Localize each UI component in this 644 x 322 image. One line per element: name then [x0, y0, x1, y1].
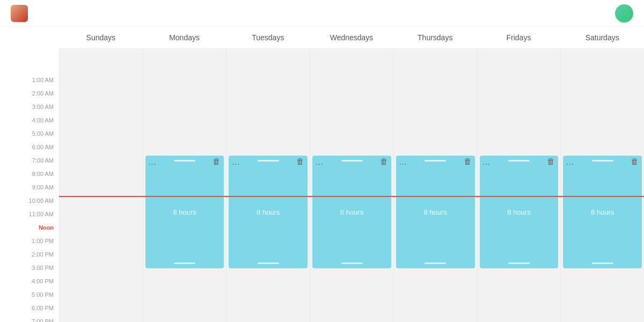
shift-top-bar [174, 160, 195, 162]
days-area: SundaysMondaysTuesdaysWednesdaysThursday… [59, 27, 644, 322]
time-label-12: 1:00 PM [0, 231, 59, 244]
shift-trash-fridays[interactable]: 🗑 [547, 157, 555, 166]
day-headers: SundaysMondaysTuesdaysWednesdaysThursday… [59, 27, 644, 48]
time-label-13: 2:00 PM [0, 244, 59, 258]
day-header-wednesdays: Wednesdays [310, 33, 393, 42]
time-label-14: 3:00 PM [0, 258, 59, 271]
shift-trash-thursdays[interactable]: 🗑 [464, 157, 472, 166]
shift-trash-wednesdays[interactable]: 🗑 [380, 157, 388, 166]
time-label-8: 9:00 AM [0, 177, 59, 191]
shift-hours-thursdays: 8 hours [424, 208, 447, 216]
shift-dots-mondays[interactable]: ... [149, 158, 157, 166]
day-col-mondays: ...🗑8 hours [143, 48, 226, 322]
shift-top-bar [508, 160, 530, 162]
day-col-thursdays: ...🗑8 hours [393, 48, 477, 322]
shift-hours-mondays: 8 hours [173, 208, 196, 216]
day-header-tuesdays: Tuesdays [226, 33, 310, 42]
noon-line-saturdays [561, 196, 644, 197]
time-label-10: 11:00 AM [0, 204, 59, 217]
day-header-saturdays: Saturdays [560, 33, 644, 42]
shift-hours-saturdays: 8 hours [591, 208, 614, 216]
day-header-sundays: Sundays [59, 33, 143, 42]
shift-dots-saturdays[interactable]: ... [566, 158, 574, 166]
time-label-5: 6:00 AM [0, 137, 59, 150]
time-label-9: 10:00 AM [0, 191, 59, 204]
shift-block-mondays[interactable]: ...🗑8 hours [145, 156, 224, 268]
noon-line-sundays [60, 196, 143, 197]
shift-dots-wednesdays[interactable]: ... [316, 158, 324, 166]
day-col-wednesdays: ...🗑8 hours [310, 48, 393, 322]
shift-trash-tuesdays[interactable]: 🗑 [296, 157, 304, 166]
shift-bottom-bar [425, 262, 446, 264]
time-label-15: 4:00 PM [0, 271, 59, 284]
time-label-7: 8:00 AM [0, 164, 59, 177]
user-avatar-s [11, 5, 28, 22]
time-label-11: Noon [0, 217, 59, 231]
time-label-18: 7:00 PM [0, 311, 59, 322]
shift-block-thursdays[interactable]: ...🗑8 hours [396, 156, 475, 268]
shift-hours-wednesdays: 8 hours [340, 208, 363, 216]
day-col-tuesdays: ...🗑8 hours [226, 48, 310, 322]
time-label-17: 6:00 PM [0, 298, 59, 311]
shift-top-bar [425, 160, 446, 162]
shift-top-bar [341, 160, 363, 162]
header-right [615, 4, 633, 23]
time-label-4: 5:00 AM [0, 123, 59, 137]
time-column: 1:00 AM2:00 AM3:00 AM4:00 AM5:00 AM6:00 … [0, 27, 59, 322]
shift-dots-tuesdays[interactable]: ... [232, 158, 240, 166]
time-label-3: 4:00 AM [0, 110, 59, 123]
day-background-sundays [60, 48, 143, 322]
shift-hours-fridays: 8 hours [507, 208, 530, 216]
shift-block-saturdays[interactable]: ...🗑8 hours [563, 156, 642, 268]
time-label-2: 3:00 AM [0, 97, 59, 110]
time-label-16: 5:00 PM [0, 284, 59, 298]
day-col-saturdays: ...🗑8 hours [560, 48, 644, 322]
day-col-sundays [59, 48, 143, 322]
shift-bottom-bar [341, 262, 363, 264]
time-label-0: 1:00 AM [0, 70, 59, 83]
time-label-1: 2:00 AM [0, 83, 59, 97]
shift-block-fridays[interactable]: ...🗑8 hours [480, 156, 559, 268]
day-header-fridays: Fridays [477, 33, 561, 42]
user-avatar-td[interactable] [615, 4, 633, 23]
shift-dots-fridays[interactable]: ... [483, 158, 491, 166]
shift-block-wednesdays[interactable]: ...🗑8 hours [312, 156, 391, 268]
shift-trash-saturdays[interactable]: 🗑 [631, 157, 639, 166]
app-header [0, 0, 644, 27]
shift-bottom-bar [508, 262, 530, 264]
header-left [11, 5, 570, 22]
shift-block-tuesdays[interactable]: ...🗑8 hours [229, 156, 308, 268]
time-labels: 1:00 AM2:00 AM3:00 AM4:00 AM5:00 AM6:00 … [0, 70, 59, 322]
shift-bottom-bar [258, 262, 279, 264]
shift-bottom-bar [592, 262, 613, 264]
main-area: 1:00 AM2:00 AM3:00 AM4:00 AM5:00 AM6:00 … [0, 27, 644, 322]
shift-dots-thursdays[interactable]: ... [399, 158, 407, 166]
day-header-thursdays: Thursdays [393, 33, 477, 42]
time-label-6: 7:00 AM [0, 150, 59, 164]
day-columns: ...🗑8 hours...🗑8 hours...🗑8 hours...🗑8 h… [59, 48, 644, 322]
shift-bottom-bar [174, 262, 195, 264]
shift-top-bar [258, 160, 279, 162]
day-col-fridays: ...🗑8 hours [477, 48, 561, 322]
shift-top-bar [592, 160, 613, 162]
day-header-mondays: Mondays [143, 33, 226, 42]
shift-trash-mondays[interactable]: 🗑 [213, 157, 221, 166]
shift-hours-tuesdays: 8 hours [257, 208, 280, 216]
